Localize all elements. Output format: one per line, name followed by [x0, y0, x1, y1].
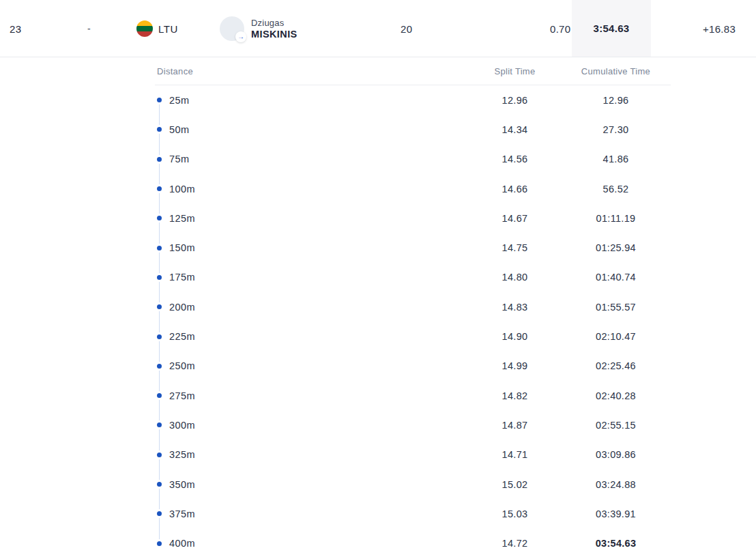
timeline-dot-icon [157, 246, 162, 250]
split-row: 375m15.0303:39.91 [155, 499, 671, 528]
cumulative-time-cell: 12.96 [561, 95, 671, 106]
split-row: 175m14.8001:40.74 [155, 263, 671, 292]
cumulative-time-cell: 41.86 [561, 154, 671, 164]
timeline-dot-icon [157, 157, 162, 162]
split-time-cell: 14.67 [469, 213, 561, 224]
lithuania-flag-icon [136, 20, 153, 37]
athlete-age: 20 [401, 23, 412, 34]
distance-label: 125m [169, 213, 195, 224]
final-time: 3:54.63 [594, 23, 630, 34]
distance-cell: 100m [155, 184, 469, 195]
distance-label: 400m [169, 538, 195, 549]
flag-stripe [136, 26, 153, 31]
distance-label: 25m [169, 95, 189, 106]
split-row: 350m15.0203:24.88 [155, 470, 671, 499]
cumulative-time-cell: 27.30 [561, 124, 671, 135]
split-time-cell: 14.83 [469, 302, 561, 313]
distance-label: 100m [169, 184, 195, 195]
split-time-cell: 15.03 [469, 508, 561, 519]
split-row: 50m14.3427.30 [155, 115, 671, 144]
timeline-dot-icon [157, 541, 162, 546]
split-time-cell: 14.82 [469, 390, 561, 401]
splits-table: Distance Split Time Cumulative Time 25m1… [155, 58, 671, 558]
timeline-dot-icon [157, 511, 162, 516]
split-time-cell: 14.66 [469, 184, 561, 195]
timeline-dot-icon [157, 304, 162, 309]
splits-table-body: 25m12.9612.9650m14.3427.3075m14.5641.861… [155, 85, 671, 558]
timeline-dot-icon [157, 422, 162, 427]
country-code: LTU [158, 23, 178, 34]
cumulative-time-cell: 02:40.28 [561, 390, 671, 401]
cumulative-time-cell: 03:09.86 [561, 449, 671, 460]
split-time-cell: 14.87 [469, 420, 561, 431]
profile-arrow-icon[interactable]: → [235, 31, 246, 42]
rank: 23 [10, 23, 21, 34]
distance-label: 50m [169, 124, 189, 135]
split-time-cell: 14.90 [469, 331, 561, 342]
distance-cell: 200m [155, 302, 469, 313]
split-row: 325m14.7103:09.86 [155, 440, 671, 470]
split-row: 250m14.9902:25.46 [155, 352, 671, 381]
timeline-dot-icon [157, 393, 162, 398]
distance-cell: 300m [155, 420, 469, 431]
split-row: 75m14.5641.86 [155, 145, 671, 174]
cumulative-time-cell: 02:25.46 [561, 360, 671, 371]
timeline-dot-icon [157, 364, 162, 369]
timeline-dot-icon [157, 186, 162, 191]
cumulative-time-cell: 03:24.88 [561, 479, 671, 490]
split-row: 200m14.8301:55.57 [155, 292, 671, 321]
timeline-dot-icon [157, 98, 162, 102]
split-time-cell: 15.02 [469, 479, 561, 490]
cumulative-time-cell: 03:39.91 [561, 508, 671, 519]
distance-label: 275m [169, 390, 195, 401]
distance-label: 225m [169, 331, 195, 342]
cumulative-time-cell: 02:55.15 [561, 420, 671, 431]
column-header-distance: Distance [155, 66, 469, 76]
timeline-dot-icon [157, 334, 162, 339]
split-time-cell: 12.96 [469, 95, 561, 106]
split-time-cell: 14.75 [469, 242, 561, 253]
distance-cell: 225m [155, 331, 469, 342]
distance-cell: 250m [155, 360, 469, 371]
distance-label: 375m [169, 508, 195, 519]
split-row: 100m14.6656.52 [155, 174, 671, 203]
distance-cell: 175m [155, 272, 469, 283]
distance-label: 175m [169, 272, 195, 283]
cumulative-time-cell: 01:55.57 [561, 302, 671, 313]
timeline-dot-icon [157, 127, 162, 132]
split-row: 300m14.8702:55.15 [155, 410, 671, 440]
cumulative-time-cell: 01:25.94 [561, 242, 671, 253]
distance-cell: 350m [155, 479, 469, 490]
timeline-dot-icon [157, 453, 162, 457]
athlete-result-row[interactable]: 23 - LTU → Dziugas MISKINIS 20 0.70 3:54… [0, 0, 756, 57]
athlete-avatar: → [220, 16, 244, 41]
cumulative-time-cell: 02:10.47 [561, 331, 671, 342]
split-row: 150m14.7501:25.94 [155, 233, 671, 262]
split-row: 25m12.9612.96 [155, 85, 671, 115]
final-time-highlight-column: 3:54.63 [572, 0, 651, 57]
cumulative-time-cell: 03:54.63 [561, 538, 671, 549]
split-row: 275m14.8202:40.28 [155, 381, 671, 410]
split-time-cell: 14.71 [469, 449, 561, 460]
timeline-dot-icon [157, 216, 162, 220]
distance-cell: 400m [155, 538, 469, 549]
reaction-time: 0.70 [550, 23, 570, 34]
timeline-dot-icon [157, 482, 162, 487]
distance-label: 250m [169, 360, 195, 371]
split-row: 400m14.7203:54.63 [155, 528, 671, 558]
cumulative-time-cell: 01:11.19 [561, 213, 671, 224]
timeline-dot-icon [157, 275, 162, 280]
distance-cell: 150m [155, 242, 469, 253]
record-dash: - [87, 23, 91, 34]
distance-label: 300m [169, 420, 195, 431]
split-row: 225m14.9002:10.47 [155, 321, 671, 351]
cumulative-time-cell: 56.52 [561, 184, 671, 195]
split-time-cell: 14.34 [469, 124, 561, 135]
distance-cell: 275m [155, 390, 469, 401]
distance-label: 150m [169, 242, 195, 253]
cumulative-time-cell: 01:40.74 [561, 272, 671, 283]
split-time-cell: 14.99 [469, 360, 561, 371]
distance-cell: 75m [155, 154, 469, 164]
distance-cell: 25m [155, 95, 469, 106]
last-name: MISKINIS [251, 29, 297, 40]
